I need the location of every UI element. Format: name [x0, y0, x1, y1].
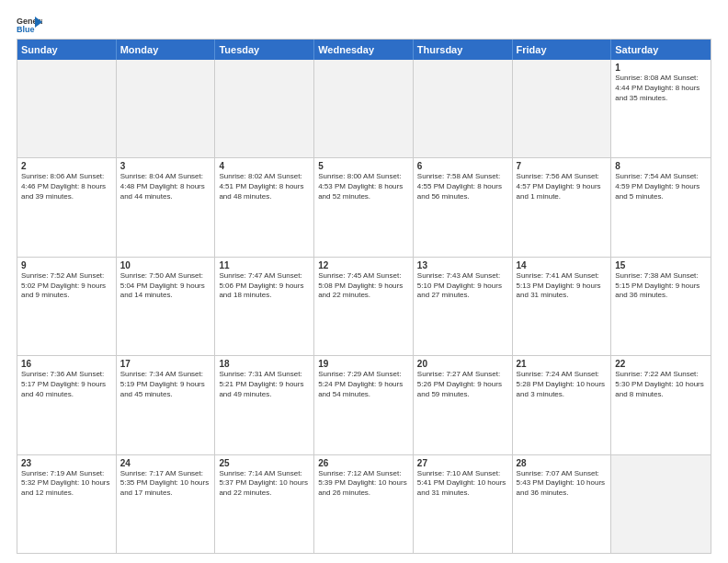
calendar-cell: 6Sunrise: 7:58 AM Sunset: 4:55 PM Daylig… [414, 158, 513, 256]
day-number: 19 [318, 359, 409, 369]
day-info: Sunrise: 7:14 AM Sunset: 5:37 PM Dayligh… [219, 469, 310, 499]
calendar-cell [611, 455, 711, 553]
day-info: Sunrise: 7:47 AM Sunset: 5:06 PM Dayligh… [219, 271, 310, 301]
calendar-cell: 11Sunrise: 7:47 AM Sunset: 5:06 PM Dayli… [215, 258, 314, 355]
day-number: 1 [615, 63, 707, 73]
day-number: 11 [219, 260, 310, 270]
calendar-cell: 9Sunrise: 7:52 AM Sunset: 5:02 PM Daylig… [17, 258, 117, 355]
header-day-wednesday: Wednesday [314, 40, 414, 60]
day-number: 7 [517, 161, 608, 171]
header-day-thursday: Thursday [414, 40, 513, 60]
page: General Blue SundayMondayTuesdayWednesda… [0, 0, 728, 563]
calendar-cell: 16Sunrise: 7:36 AM Sunset: 5:17 PM Dayli… [17, 356, 117, 454]
day-info: Sunrise: 7:22 AM Sunset: 5:30 PM Dayligh… [615, 370, 707, 399]
calendar-cell: 1Sunrise: 8:08 AM Sunset: 4:44 PM Daylig… [611, 60, 711, 157]
day-info: Sunrise: 7:52 AM Sunset: 5:02 PM Dayligh… [21, 271, 112, 301]
day-number: 2 [21, 161, 112, 171]
day-info: Sunrise: 7:36 AM Sunset: 5:17 PM Dayligh… [21, 370, 112, 399]
calendar-cell: 19Sunrise: 7:29 AM Sunset: 5:24 PM Dayli… [314, 356, 414, 454]
header-row: General Blue [17, 15, 711, 33]
calendar-row-1: 2Sunrise: 8:06 AM Sunset: 4:46 PM Daylig… [17, 157, 711, 256]
calendar-cell: 14Sunrise: 7:41 AM Sunset: 5:13 PM Dayli… [513, 258, 612, 355]
day-info: Sunrise: 8:08 AM Sunset: 4:44 PM Dayligh… [615, 74, 707, 103]
calendar-cell: 5Sunrise: 8:00 AM Sunset: 4:53 PM Daylig… [314, 158, 414, 256]
calendar-header: SundayMondayTuesdayWednesdayThursdayFrid… [17, 40, 711, 60]
day-info: Sunrise: 7:50 AM Sunset: 5:04 PM Dayligh… [120, 271, 211, 301]
day-info: Sunrise: 7:34 AM Sunset: 5:19 PM Dayligh… [120, 370, 211, 399]
calendar-cell [513, 60, 612, 157]
calendar: SundayMondayTuesdayWednesdayThursdayFrid… [17, 39, 711, 554]
calendar-cell: 12Sunrise: 7:45 AM Sunset: 5:08 PM Dayli… [314, 258, 414, 355]
svg-text:Blue: Blue [17, 25, 35, 33]
calendar-row-3: 16Sunrise: 7:36 AM Sunset: 5:17 PM Dayli… [17, 355, 711, 454]
calendar-cell [17, 60, 117, 157]
calendar-cell: 4Sunrise: 8:02 AM Sunset: 4:51 PM Daylig… [215, 158, 314, 256]
day-info: Sunrise: 7:12 AM Sunset: 5:39 PM Dayligh… [318, 469, 409, 499]
calendar-cell: 26Sunrise: 7:12 AM Sunset: 5:39 PM Dayli… [314, 455, 414, 553]
calendar-row-4: 23Sunrise: 7:19 AM Sunset: 5:32 PM Dayli… [17, 454, 711, 553]
calendar-cell: 25Sunrise: 7:14 AM Sunset: 5:37 PM Dayli… [215, 455, 314, 553]
calendar-row-0: 1Sunrise: 8:08 AM Sunset: 4:44 PM Daylig… [17, 60, 711, 157]
day-info: Sunrise: 8:00 AM Sunset: 4:53 PM Dayligh… [318, 172, 409, 201]
day-number: 20 [417, 359, 508, 369]
logo: General Blue [17, 15, 42, 33]
calendar-cell: 10Sunrise: 7:50 AM Sunset: 5:04 PM Dayli… [117, 258, 216, 355]
day-info: Sunrise: 8:04 AM Sunset: 4:48 PM Dayligh… [120, 172, 211, 201]
day-info: Sunrise: 7:17 AM Sunset: 5:35 PM Dayligh… [120, 469, 211, 499]
day-number: 27 [417, 458, 508, 468]
header-day-tuesday: Tuesday [215, 40, 314, 60]
day-number: 22 [615, 359, 707, 369]
calendar-cell: 24Sunrise: 7:17 AM Sunset: 5:35 PM Dayli… [117, 455, 216, 553]
day-number: 4 [219, 161, 310, 171]
calendar-cell: 13Sunrise: 7:43 AM Sunset: 5:10 PM Dayli… [414, 258, 513, 355]
calendar-cell [215, 60, 314, 157]
day-number: 12 [318, 260, 409, 270]
day-info: Sunrise: 7:41 AM Sunset: 5:13 PM Dayligh… [517, 271, 608, 301]
day-info: Sunrise: 7:38 AM Sunset: 5:15 PM Dayligh… [615, 271, 707, 301]
day-info: Sunrise: 7:43 AM Sunset: 5:10 PM Dayligh… [417, 271, 508, 301]
day-info: Sunrise: 8:02 AM Sunset: 4:51 PM Dayligh… [219, 172, 310, 201]
header-day-saturday: Saturday [611, 40, 711, 60]
calendar-cell: 17Sunrise: 7:34 AM Sunset: 5:19 PM Dayli… [117, 356, 216, 454]
day-number: 24 [120, 458, 211, 468]
calendar-body: 1Sunrise: 8:08 AM Sunset: 4:44 PM Daylig… [17, 60, 711, 553]
calendar-cell: 3Sunrise: 8:04 AM Sunset: 4:48 PM Daylig… [117, 158, 216, 256]
calendar-cell: 2Sunrise: 8:06 AM Sunset: 4:46 PM Daylig… [17, 158, 117, 256]
day-info: Sunrise: 7:58 AM Sunset: 4:55 PM Dayligh… [417, 172, 508, 201]
day-number: 5 [318, 161, 409, 171]
calendar-cell: 22Sunrise: 7:22 AM Sunset: 5:30 PM Dayli… [611, 356, 711, 454]
calendar-cell: 23Sunrise: 7:19 AM Sunset: 5:32 PM Dayli… [17, 455, 117, 553]
day-number: 26 [318, 458, 409, 468]
day-number: 8 [615, 161, 707, 171]
day-info: Sunrise: 7:29 AM Sunset: 5:24 PM Dayligh… [318, 370, 409, 399]
day-info: Sunrise: 7:10 AM Sunset: 5:41 PM Dayligh… [417, 469, 508, 499]
day-number: 15 [615, 260, 707, 270]
calendar-cell: 21Sunrise: 7:24 AM Sunset: 5:28 PM Dayli… [513, 356, 612, 454]
day-number: 14 [517, 260, 608, 270]
calendar-row-2: 9Sunrise: 7:52 AM Sunset: 5:02 PM Daylig… [17, 257, 711, 355]
day-number: 18 [219, 359, 310, 369]
day-number: 3 [120, 161, 211, 171]
header-day-friday: Friday [513, 40, 612, 60]
header-day-monday: Monday [117, 40, 216, 60]
day-number: 10 [120, 260, 211, 270]
day-number: 6 [417, 161, 508, 171]
calendar-cell [314, 60, 414, 157]
day-number: 9 [21, 260, 112, 270]
calendar-cell: 15Sunrise: 7:38 AM Sunset: 5:15 PM Dayli… [611, 258, 711, 355]
day-info: Sunrise: 7:56 AM Sunset: 4:57 PM Dayligh… [517, 172, 608, 201]
day-info: Sunrise: 7:19 AM Sunset: 5:32 PM Dayligh… [21, 469, 112, 499]
day-number: 13 [417, 260, 508, 270]
day-info: Sunrise: 8:06 AM Sunset: 4:46 PM Dayligh… [21, 172, 112, 201]
day-number: 28 [517, 458, 608, 468]
day-info: Sunrise: 7:27 AM Sunset: 5:26 PM Dayligh… [417, 370, 508, 399]
day-info: Sunrise: 7:31 AM Sunset: 5:21 PM Dayligh… [219, 370, 310, 399]
day-info: Sunrise: 7:24 AM Sunset: 5:28 PM Dayligh… [517, 370, 608, 399]
calendar-cell [414, 60, 513, 157]
calendar-cell: 27Sunrise: 7:10 AM Sunset: 5:41 PM Dayli… [414, 455, 513, 553]
day-info: Sunrise: 7:54 AM Sunset: 4:59 PM Dayligh… [615, 172, 707, 201]
day-number: 17 [120, 359, 211, 369]
day-info: Sunrise: 7:45 AM Sunset: 5:08 PM Dayligh… [318, 271, 409, 301]
day-number: 25 [219, 458, 310, 468]
calendar-cell: 28Sunrise: 7:07 AM Sunset: 5:43 PM Dayli… [513, 455, 612, 553]
